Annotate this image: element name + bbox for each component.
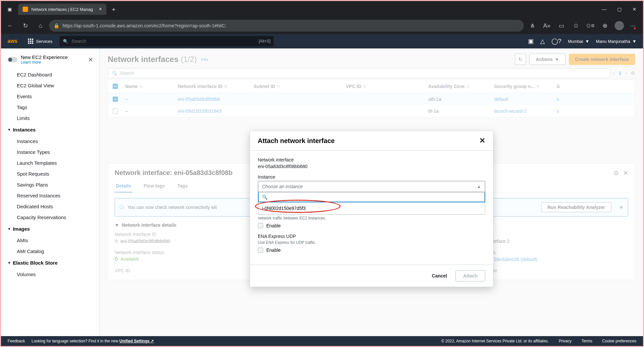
sidebar-toggle-icon[interactable]: ▣ <box>4 3 15 15</box>
new-experience-banner: New EC2 Experience Learn more × <box>1 52 99 69</box>
sidebar-item-reserved-instances[interactable]: Reserved Instances <box>1 190 99 201</box>
modal-body: Network interface eni-05a83d3c8f08bb680 … <box>250 151 493 265</box>
sidebar-item-capacity-reservations[interactable]: Capacity Reservations <box>1 212 99 223</box>
instance-select[interactable]: Choose an instance ▲ <box>258 181 485 192</box>
more-icon[interactable]: ⋯ <box>627 19 640 32</box>
read-aloud-icon[interactable]: A» <box>540 19 553 32</box>
sidebar-item-events[interactable]: Events <box>1 91 99 102</box>
new-tab-button[interactable]: ＋ <box>109 5 118 14</box>
sidebar-item-instances[interactable]: Instances <box>1 136 99 147</box>
cloudshell-icon[interactable]: ▣ <box>528 38 534 45</box>
aws-logo[interactable]: aws <box>8 38 17 44</box>
feedback-link[interactable]: Feedback <box>8 339 25 343</box>
chevron-down-icon: ▼ <box>585 39 589 44</box>
voice-icon[interactable]: ⋔ <box>526 19 539 32</box>
modal-footer: Cancel Attach <box>250 265 493 287</box>
cancel-button[interactable]: Cancel <box>427 270 452 281</box>
modal-title: Attach network interface <box>258 137 335 145</box>
tab-close-icon[interactable]: × <box>99 6 102 12</box>
services-grid-icon <box>28 39 33 44</box>
close-icon[interactable]: × <box>88 55 93 64</box>
chevron-up-icon: ▲ <box>477 185 481 188</box>
favorites-bar-icon[interactable]: ✩≡ <box>584 19 597 32</box>
experience-toggle[interactable] <box>8 57 17 62</box>
minimize-icon[interactable]: — <box>598 3 610 15</box>
cookie-link[interactable]: Cookie preferences <box>602 339 636 343</box>
main-content: Network interfaces (1/2) Info ↻ Actions … <box>100 48 643 336</box>
enable-row: Enable <box>258 223 485 228</box>
profile-icon[interactable] <box>613 19 626 32</box>
maximize-icon[interactable]: ▢ <box>613 3 625 15</box>
reader-icon[interactable]: ▭ <box>555 19 568 32</box>
terms-link[interactable]: Terms <box>581 339 592 343</box>
sidebar-item-dashboard[interactable]: EC2 Dashboard <box>1 69 99 80</box>
help-icon[interactable]: ◯? <box>551 38 561 45</box>
instance-option[interactable]: i-0f4002d150e97d5f3 <box>258 202 485 215</box>
privacy-link[interactable]: Privacy <box>559 339 572 343</box>
language-text: Looking for language selection? Find it … <box>32 339 154 343</box>
aws-navbar: aws Services 🔍 [Alt+S] ▣ △ ◯? Mumbai▼ Ma… <box>1 34 643 48</box>
tab-title: Network interfaces | EC2 Manag <box>31 7 93 12</box>
sidebar-item-limits[interactable]: Limits <box>1 113 99 124</box>
search-hint: [Alt+S] <box>259 39 270 43</box>
footer: Feedback Looking for language selection?… <box>1 336 643 346</box>
ena-enable-checkbox[interactable] <box>258 247 263 253</box>
search-icon: 🔍 <box>262 194 267 200</box>
enable-label: Enable <box>266 223 281 228</box>
user-menu[interactable]: Manu Manjunatha▼ <box>596 39 636 44</box>
sidebar-section-images[interactable]: ▼Images <box>1 223 99 235</box>
sidebar: New EC2 Experience Learn more × EC2 Dash… <box>1 48 100 336</box>
home-icon[interactable]: ⌂ <box>34 19 47 32</box>
collections-icon[interactable]: ⊕ <box>598 19 611 32</box>
sidebar-item-volumes[interactable]: Volumes <box>1 269 99 280</box>
browser-tab[interactable]: Network interfaces | EC2 Manag × <box>18 4 106 15</box>
ni-label: Network interface <box>258 157 485 162</box>
instance-label: Instance <box>258 174 485 180</box>
region-selector[interactable]: Mumbai▼ <box>568 39 589 44</box>
learn-more-link[interactable]: Learn more <box>21 60 68 65</box>
favorite-icon[interactable]: ✩ <box>569 19 582 32</box>
modal-backdrop: Attach network interface ✕ Network inter… <box>100 48 643 336</box>
attach-interface-modal: Attach network interface ✕ Network inter… <box>250 131 493 287</box>
ni-value: eni-05a83d3c8f08bb680 <box>258 164 485 169</box>
sidebar-item-tags[interactable]: Tags <box>1 102 99 113</box>
aws-search-input[interactable] <box>71 39 255 44</box>
sidebar-item-dedicated-hosts[interactable]: Dedicated Hosts <box>1 201 99 212</box>
unified-settings-link[interactable]: Unified Settings ↗ <box>120 339 154 343</box>
instance-search-input[interactable]: 🔍 <box>258 192 485 202</box>
sidebar-item-amis[interactable]: AMIs <box>1 235 99 246</box>
url-input[interactable]: 🔒 https://ap-south-1.console.aws.amazon.… <box>49 20 524 32</box>
caret-down-icon: ▼ <box>8 128 11 131</box>
attach-button[interactable]: Attach <box>456 270 485 281</box>
notifications-icon[interactable]: △ <box>540 38 545 45</box>
ena-help: Use ENA Express for UDP traffic. <box>258 240 485 245</box>
browser-address-bar: ← ↻ ⌂ 🔒 https://ap-south-1.console.aws.a… <box>1 17 643 34</box>
app-body: New EC2 Experience Learn more × EC2 Dash… <box>1 48 643 336</box>
sidebar-section-instances[interactable]: ▼Instances <box>1 124 99 136</box>
sidebar-item-instance-types[interactable]: Instance Types <box>1 147 99 158</box>
sidebar-item-global-view[interactable]: EC2 Global View <box>1 80 99 91</box>
refresh-icon[interactable]: ↻ <box>19 19 32 32</box>
services-button[interactable]: Services <box>24 34 56 48</box>
ena-label: ENA Express UDP <box>258 234 485 239</box>
enable-checkbox[interactable] <box>258 223 263 228</box>
caret-down-icon: ▼ <box>8 227 11 231</box>
back-icon[interactable]: ← <box>4 19 17 32</box>
chevron-down-icon: ▼ <box>632 39 636 44</box>
lock-icon: 🔒 <box>54 23 59 28</box>
sidebar-item-spot-requests[interactable]: Spot Requests <box>1 168 99 179</box>
url-text: https://ap-south-1.console.aws.amazon.co… <box>63 23 226 28</box>
aws-favicon-icon <box>23 7 28 12</box>
sidebar-item-ami-catalog[interactable]: AMI Catalog <box>1 246 99 257</box>
sidebar-section-ebs[interactable]: ▼Elastic Block Store <box>1 257 99 269</box>
ena-enable-label: Enable <box>266 247 281 253</box>
new-exp-label: New EC2 Experience <box>21 54 68 60</box>
copyright: © 2022, Amazon Internet Services Private… <box>441 339 549 343</box>
sidebar-item-savings-plans[interactable]: Savings Plans <box>1 179 99 190</box>
browser-titlebar: ▣ Network interfaces | EC2 Manag × ＋ — ▢… <box>1 1 643 17</box>
modal-close-icon[interactable]: ✕ <box>479 136 485 145</box>
modal-header: Attach network interface ✕ <box>250 131 493 151</box>
sidebar-item-launch-templates[interactable]: Launch Templates <box>1 158 99 168</box>
aws-search-box[interactable]: 🔍 [Alt+S] <box>60 36 274 46</box>
close-window-icon[interactable]: ✕ <box>629 3 640 15</box>
